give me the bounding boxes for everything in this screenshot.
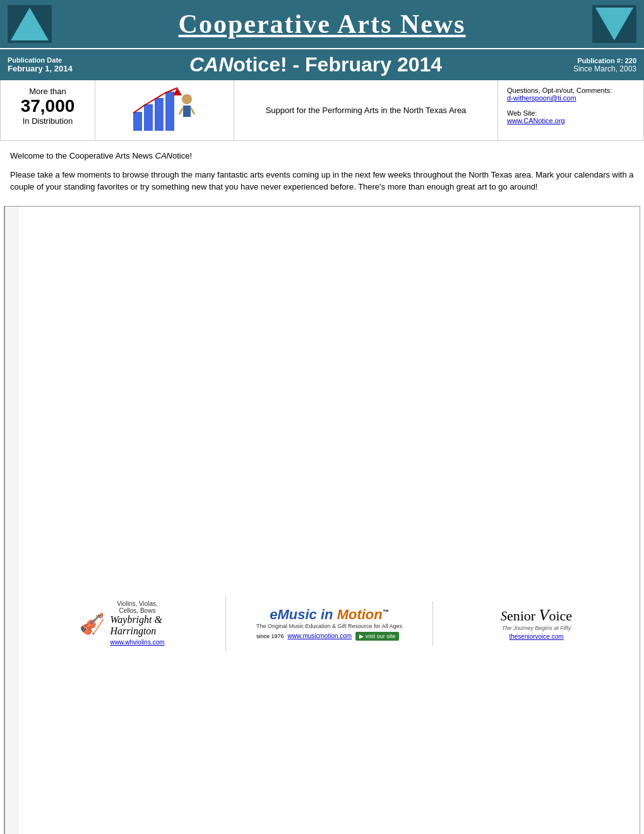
triangle-icon-right — [595, 8, 633, 40]
svg-rect-0 — [133, 112, 142, 131]
contact-cell: Questions, Opt-in/out, Comments: d-withe… — [498, 80, 643, 140]
pub-date-value: February 1, 2014 — [8, 64, 96, 73]
otice-suffix: otice! - February 2014 — [233, 53, 442, 76]
senior-block: Senior Voice The Journey Begins at Fifty… — [501, 606, 572, 641]
sponsor-waybright: 🎻 Violins, Violas, Cellos, Bows Waybrigh… — [19, 595, 226, 651]
wb-desc2: Cellos, Bows — [119, 607, 156, 614]
chart-graphic — [130, 87, 200, 134]
wb-desc1: Violins, Violas, — [117, 600, 158, 607]
motion-brand: eMusic in Motion™ — [256, 607, 402, 623]
questions-label: Questions, Opt-in/out, Comments: — [507, 87, 635, 94]
violin-icon: 🎻 — [80, 612, 105, 636]
svg-line-8 — [191, 107, 194, 114]
motion-link[interactable]: www.musicmotion.com — [287, 632, 352, 639]
welcome-section: Welcome to the Cooperative Arts News CAN… — [0, 141, 644, 202]
senior-link[interactable]: theseniorvoice.com — [509, 633, 563, 640]
support-cell: Support for the Performing Arts in the N… — [234, 80, 498, 140]
triangle-icon-left — [11, 8, 49, 40]
sponsors-bar: Sponsors: 🎻 Violins, Violas, Cellos, Bow… — [4, 206, 640, 835]
welcome-line1: Welcome to the Cooperative Arts News CAN… — [10, 150, 634, 162]
pub-num-block: Publication #: 220 Since March, 2003 — [535, 57, 636, 73]
wb-link[interactable]: www.whviolins.com — [110, 639, 164, 646]
svg-rect-3 — [165, 92, 174, 131]
motion-since: since 1976 — [256, 633, 284, 639]
wb-name: Waybright &Harrington — [110, 614, 164, 637]
motion-tagline: The Original Music Education & Gift Reso… — [256, 623, 402, 629]
main-title: Cooperative Arts News — [52, 9, 592, 39]
pub-date-label: Publication Date — [8, 56, 96, 64]
email-link[interactable]: d-witherspoon@ti.com — [507, 94, 576, 102]
senior-tagline: The Journey Begins at Fifty — [501, 625, 572, 631]
sponsor-senior: Senior Voice The Journey Begins at Fifty… — [433, 601, 640, 646]
svg-rect-6 — [183, 106, 191, 117]
sub-header-title: CANotice! - February 2014 — [96, 53, 535, 76]
pub-since: Since March, 2003 — [535, 64, 636, 73]
svg-rect-2 — [155, 98, 164, 131]
distribution-cell: More than 37,000 In Distribution — [1, 80, 95, 140]
logo-right — [592, 5, 636, 43]
website-label: Web Site: — [507, 109, 635, 117]
can-italic: CAN — [155, 151, 172, 160]
dist-sublabel: In Distribution — [23, 116, 73, 126]
header-top: Cooperative Arts News — [0, 0, 644, 48]
svg-line-7 — [179, 107, 183, 114]
chart-cell — [95, 80, 234, 140]
dist-number: 37,000 — [9, 96, 86, 116]
website-link[interactable]: www.CANotice.org — [507, 117, 565, 124]
canotice-heading: CANotice! - February 2014 — [96, 53, 535, 76]
sub-header: Publication Date February 1, 2014 CANoti… — [0, 48, 644, 80]
visit-btn[interactable]: ▶ visit our site — [355, 632, 399, 641]
senior-brand: Senior Voice — [501, 606, 572, 625]
logo-left — [8, 5, 52, 43]
welcome-line2: Please take a few moments to browse thro… — [10, 169, 634, 193]
dist-label: More than — [29, 87, 66, 96]
svg-rect-1 — [144, 104, 153, 131]
support-text: Support for the Performing Arts in the N… — [266, 106, 467, 115]
info-row: More than 37,000 In Distribution Support… — [0, 80, 644, 141]
sponsors-label: Sponsors: — [4, 207, 19, 835]
svg-point-5 — [182, 94, 192, 104]
sponsor-motion: eMusic in Motion™ The Original Music Edu… — [226, 601, 433, 646]
pub-num-label: Publication #: 220 — [535, 57, 636, 64]
header-title: Cooperative Arts News — [52, 9, 592, 39]
motion-block: eMusic in Motion™ The Original Music Edu… — [256, 607, 402, 641]
pub-date-block: Publication Date February 1, 2014 — [8, 56, 96, 73]
can-prefix: CAN — [189, 53, 233, 76]
